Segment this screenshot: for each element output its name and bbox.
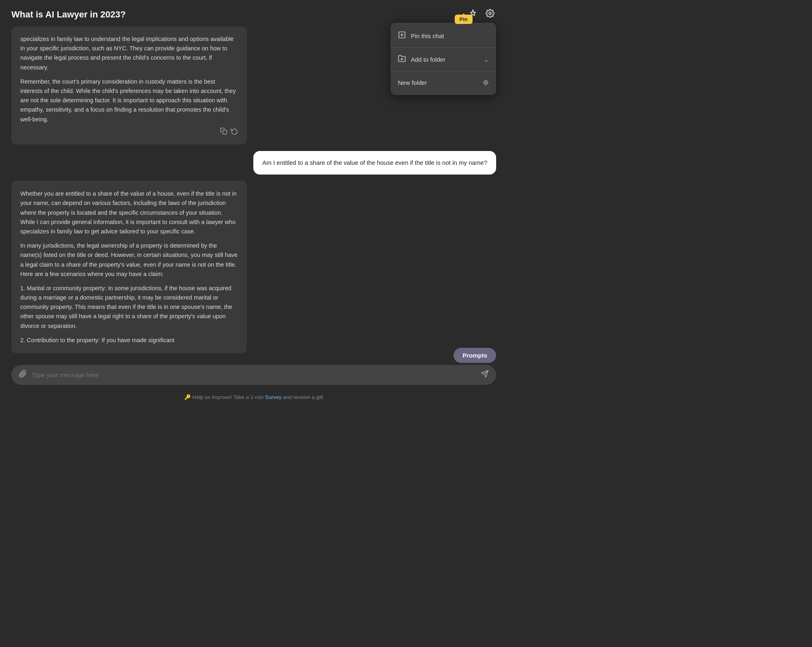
new-folder-label: New folder bbox=[398, 79, 427, 86]
ai-message-1-p1: specializes in family law to understand … bbox=[20, 35, 238, 72]
ai-message-2-p3: 1. Marital or community property: In som… bbox=[20, 284, 238, 331]
ai-message-2-p2: In many jurisdictions, the legal ownersh… bbox=[20, 241, 238, 279]
divider-2 bbox=[391, 71, 496, 71]
attach-button[interactable] bbox=[19, 370, 27, 380]
prompts-button[interactable]: Prompts bbox=[454, 348, 496, 363]
folder-icon bbox=[398, 54, 406, 65]
input-bar bbox=[11, 365, 496, 385]
pin-this-chat-label: Pin this chat bbox=[411, 32, 444, 39]
add-to-folder-label: Add to folder bbox=[411, 56, 445, 63]
footer-text-after: and receive a gift bbox=[281, 394, 323, 400]
ai-message-2: Whether you are entitled to a share of t… bbox=[11, 181, 247, 353]
ai-message-1: specializes in family law to understand … bbox=[11, 26, 247, 144]
survey-link[interactable]: Survey bbox=[265, 394, 281, 400]
svg-point-0 bbox=[489, 12, 491, 15]
pin-this-chat-item[interactable]: Pin this chat bbox=[391, 25, 496, 47]
message-input[interactable] bbox=[32, 371, 476, 378]
copy-button-1[interactable] bbox=[220, 127, 227, 136]
ai-message-2-p1: Whether you are entitled to a share of t… bbox=[20, 189, 238, 236]
pin-dropdown: Pin this chat Add to folder ⌄ New folder… bbox=[391, 23, 496, 95]
send-button[interactable] bbox=[481, 370, 489, 380]
pin-chat-icon bbox=[398, 31, 406, 41]
footer-text-before: 🔑 Help us improve! Take a 1-min bbox=[184, 394, 265, 400]
add-to-folder-item[interactable]: Add to folder ⌄ bbox=[391, 49, 496, 70]
new-folder-item[interactable]: New folder ⊕ bbox=[391, 72, 496, 93]
refresh-icon bbox=[231, 127, 238, 135]
user-message-1: Am I entitled to a share of the value of… bbox=[253, 151, 496, 175]
send-icon bbox=[481, 370, 489, 378]
bubble-actions-1 bbox=[20, 127, 238, 136]
footer-bar: 🔑 Help us improve! Take a 1-min Survey a… bbox=[0, 391, 508, 403]
copy-icon bbox=[220, 127, 227, 135]
regenerate-button-1[interactable] bbox=[231, 127, 238, 136]
settings-icon bbox=[486, 9, 495, 18]
user-message-1-text: Am I entitled to a share of the value of… bbox=[262, 159, 487, 166]
ai-message-1-p2: Remember, the court's primary considerat… bbox=[20, 77, 238, 124]
page-title: What is AI Lawyer in 2023? bbox=[11, 9, 126, 20]
pin-tooltip: Pin bbox=[455, 15, 473, 24]
svg-rect-6 bbox=[223, 130, 227, 134]
chevron-down-icon: ⌄ bbox=[484, 56, 489, 63]
settings-button[interactable] bbox=[484, 7, 496, 22]
paperclip-icon bbox=[19, 370, 27, 378]
plus-icon: ⊕ bbox=[483, 78, 489, 87]
divider-1 bbox=[391, 47, 496, 48]
ai-message-2-p4: 2. Contribution to the property: If you … bbox=[20, 336, 238, 345]
